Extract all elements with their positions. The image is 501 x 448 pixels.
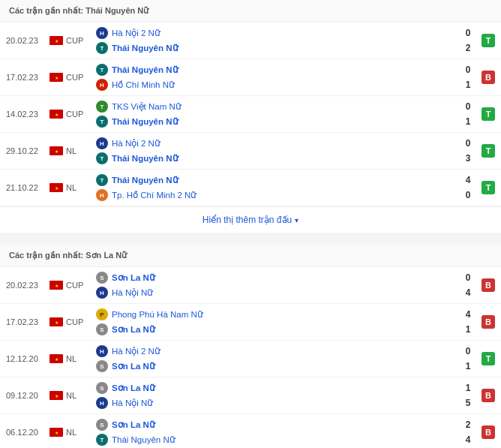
team-name[interactable]: Hà Nội Nữ <box>112 287 153 298</box>
show-more-label: Hiển thị thêm trận đấu <box>202 215 292 225</box>
team-name[interactable]: Tp. Hồ Chí Minh 2 Nữ <box>112 190 196 200</box>
result-badge: T <box>482 144 495 158</box>
country-flag <box>50 354 63 363</box>
team-logo: H <box>96 397 108 409</box>
match-row: 17.02.23CUPTThái Nguyên NữHHồ Chí Minh N… <box>0 59 501 96</box>
team-name[interactable]: Sơn La Nữ <box>112 324 155 335</box>
competition-label: CUP <box>66 281 92 290</box>
match-row: 09.12.20NLSSơn La NữHHà Nội Nữ15B <box>0 377 501 414</box>
score-value: 0 <box>459 99 477 114</box>
match-row: 06.12.20NLSSơn La NữTThái Nguyên Nữ24B <box>0 414 501 448</box>
team-name[interactable]: TKS Việt Nam Nữ <box>112 101 182 112</box>
scores-column: 03 <box>459 136 477 166</box>
team-logo: H <box>96 79 108 91</box>
team-row: TThái Nguyên Nữ <box>96 114 454 129</box>
team-row: SSơn La Nữ <box>96 359 454 374</box>
country-flag <box>50 428 63 437</box>
team-row: HHà Nội 2 Nữ <box>96 26 454 41</box>
team-name[interactable]: Thái Nguyên Nữ <box>112 153 178 164</box>
team-row: TThái Nguyên Nữ <box>96 173 454 188</box>
scores-column: 40 <box>459 173 477 203</box>
team-logo: S <box>96 272 108 284</box>
team-name[interactable]: Sơn La Nữ <box>112 419 155 430</box>
match-date: 29.10.22 <box>6 146 50 155</box>
team-logo: H <box>96 189 108 201</box>
country-flag <box>50 73 63 82</box>
score-value: 4 <box>459 173 477 188</box>
show-more-button[interactable]: Hiển thị thêm trận đấu▾ <box>0 206 501 233</box>
match-date: 12.12.20 <box>6 354 50 363</box>
team-name[interactable]: Hà Nội 2 Nữ <box>112 138 160 149</box>
team-name[interactable]: Thái Nguyên Nữ <box>112 65 178 75</box>
team-logo: H <box>96 137 108 149</box>
team-name[interactable]: Hà Nội Nữ <box>112 398 153 408</box>
team-logo: T <box>96 434 108 446</box>
team-name[interactable]: Sơn La Nữ <box>112 383 155 393</box>
match-row: 20.02.23CUPSSơn La NữHHà Nội Nữ04B <box>0 267 501 304</box>
team-logo: S <box>96 360 108 372</box>
score-value: 1 <box>459 322 477 337</box>
score-value: 2 <box>459 417 477 432</box>
match-date: 20.02.23 <box>6 36 50 45</box>
team-logo: T <box>96 64 108 76</box>
match-date: 06.12.20 <box>6 428 50 437</box>
section-header: Các trận gần nhất: Sơn La Nữ <box>0 245 501 267</box>
competition-label: NL <box>66 146 92 155</box>
result-badge: T <box>482 34 495 47</box>
match-date: 17.02.23 <box>6 317 50 326</box>
team-name[interactable]: Sơn La Nữ <box>112 272 155 283</box>
competition-label: NL <box>66 428 92 437</box>
scores-column: 15 <box>459 380 477 410</box>
score-value: 2 <box>459 41 477 56</box>
competition-label: CUP <box>66 36 92 45</box>
result-badge: B <box>482 389 495 402</box>
team-name[interactable]: Hà Nội 2 Nữ <box>112 346 160 356</box>
team-name[interactable]: Thái Nguyên Nữ <box>112 175 178 185</box>
team-logo: S <box>96 419 108 431</box>
score-value: 0 <box>459 136 477 151</box>
team-name[interactable]: Thái Nguyên Nữ <box>112 434 176 445</box>
match-date: 20.02.23 <box>6 281 50 290</box>
result-badge: B <box>482 278 495 292</box>
score-value: 4 <box>459 432 477 447</box>
team-row: HHà Nội Nữ <box>96 285 454 300</box>
score-value: 1 <box>459 114 477 129</box>
competition-label: CUP <box>66 317 92 326</box>
result-badge: B <box>482 425 495 439</box>
score-value: 0 <box>459 344 477 359</box>
match-row: 20.02.23CUPHHà Nội 2 NữTThái Nguyên Nữ02… <box>0 23 501 59</box>
match-row: 21.10.22NLTThái Nguyên NữHTp. Hồ Chí Min… <box>0 170 501 206</box>
score-value: 1 <box>459 77 477 92</box>
score-value: 1 <box>459 380 477 395</box>
teams-column: TThái Nguyên NữHHồ Chí Minh Nữ <box>92 62 459 92</box>
team-row: HHà Nội 2 Nữ <box>96 344 454 359</box>
competition-label: NL <box>66 354 92 363</box>
team-logo: H <box>96 287 108 299</box>
team-row: SSơn La Nữ <box>96 380 454 395</box>
teams-column: SSơn La NữTThái Nguyên Nữ <box>92 417 459 447</box>
result-badge: B <box>482 315 495 329</box>
result-badge: T <box>482 352 495 365</box>
team-row: TThái Nguyên Nữ <box>96 432 454 447</box>
team-name[interactable]: Hồ Chí Minh Nữ <box>112 80 175 90</box>
teams-column: SSơn La NữHHà Nội Nữ <box>92 270 459 300</box>
team-logo: S <box>96 323 108 335</box>
team-logo: H <box>96 27 108 39</box>
team-logo: T <box>96 116 108 128</box>
competition-label: CUP <box>66 73 92 82</box>
team-name[interactable]: Sơn La Nữ <box>112 361 155 371</box>
score-value: 5 <box>459 395 477 410</box>
team-name[interactable]: Thái Nguyên Nữ <box>112 43 178 53</box>
match-date: 21.10.22 <box>6 183 50 192</box>
match-row: 17.02.23CUPPPhong Phú Hà Nam NữSSơn La N… <box>0 304 501 341</box>
team-row: HTp. Hồ Chí Minh 2 Nữ <box>96 188 454 203</box>
team-logo: T <box>96 101 108 113</box>
team-name[interactable]: Thái Nguyên Nữ <box>112 116 178 127</box>
team-name[interactable]: Phong Phú Hà Nam Nữ <box>112 309 203 320</box>
section-spacer <box>0 239 501 245</box>
scores-column: 41 <box>459 307 477 337</box>
score-value: 3 <box>459 151 477 166</box>
team-row: TTKS Việt Nam Nữ <box>96 99 454 114</box>
team-name[interactable]: Hà Nội 2 Nữ <box>112 28 160 38</box>
competition-label: NL <box>66 391 92 400</box>
